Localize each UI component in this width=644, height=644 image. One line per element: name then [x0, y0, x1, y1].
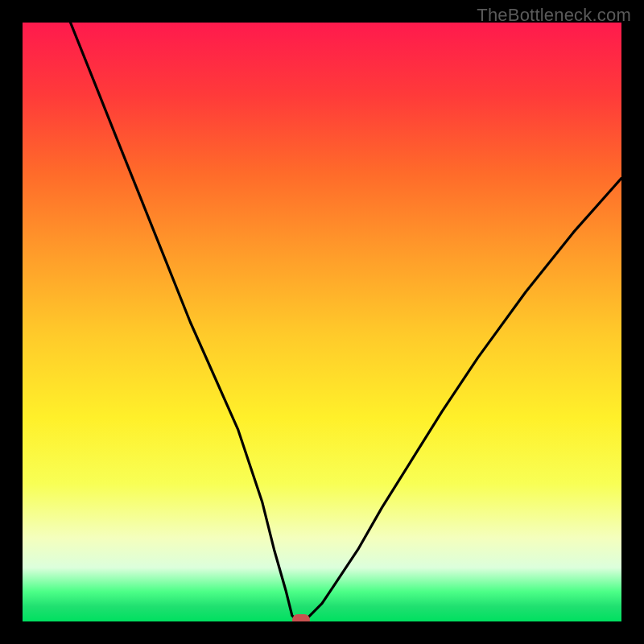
minimum-marker — [292, 614, 310, 621]
plot-area — [23, 23, 621, 621]
curve-svg — [23, 23, 621, 621]
bottleneck-curve — [71, 23, 622, 621]
chart-frame: TheBottleneck.com — [0, 0, 644, 644]
